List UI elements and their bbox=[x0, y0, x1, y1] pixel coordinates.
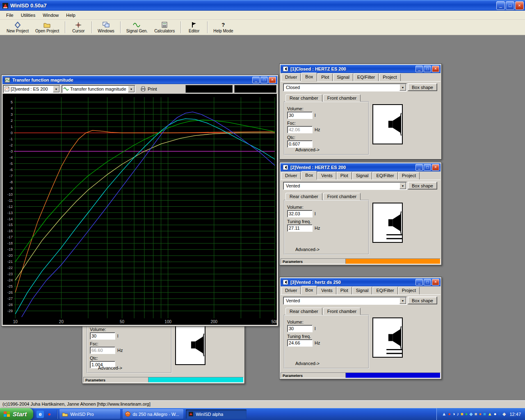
w3-box-shape-button[interactable]: Box shape bbox=[408, 297, 437, 304]
tab-plot[interactable]: Plot bbox=[317, 73, 333, 81]
tray-icon-3[interactable]: ◑ bbox=[452, 412, 455, 416]
tab-front-chamber[interactable]: Front chamber bbox=[323, 193, 361, 200]
w1-close-button[interactable]: × bbox=[432, 66, 439, 72]
tray-icon-9[interactable]: ● bbox=[479, 412, 482, 416]
w2-close-button[interactable]: × bbox=[432, 164, 439, 171]
tab-project[interactable]: Project bbox=[398, 172, 420, 180]
minimize-button[interactable]: _ bbox=[496, 1, 505, 10]
tab-project[interactable]: Project bbox=[398, 287, 420, 294]
tab-signal[interactable]: Signal bbox=[352, 172, 372, 180]
mail-icon[interactable]: ● bbox=[46, 411, 53, 418]
tab-rear-chamber[interactable]: Rear chamber bbox=[285, 308, 322, 315]
tray-icon-6[interactable]: ● bbox=[465, 412, 468, 416]
tab-rear-chamber[interactable]: Rear chamber bbox=[285, 94, 322, 102]
w2-window-icon bbox=[283, 164, 289, 171]
tray-icon-7[interactable]: ◆ bbox=[469, 412, 472, 416]
maximize-button[interactable]: □ bbox=[506, 1, 514, 10]
tab-rear-chamber[interactable]: Rear chamber bbox=[285, 193, 322, 200]
tab-plot[interactable]: Plot bbox=[337, 172, 352, 180]
calculators-button[interactable]: Calculators bbox=[151, 20, 178, 35]
new-project-button[interactable]: New Project bbox=[3, 20, 32, 35]
tab-eq-filter[interactable]: EQ/Filter bbox=[372, 287, 397, 294]
tray-icon-10[interactable]: ■ bbox=[483, 412, 486, 416]
tab-plot[interactable]: Plot bbox=[337, 287, 352, 294]
menu-help[interactable]: Help bbox=[62, 11, 79, 19]
browser-icon[interactable]: e bbox=[37, 411, 44, 418]
new-project-icon bbox=[14, 21, 21, 28]
w3-tuning-freq-input[interactable] bbox=[287, 339, 313, 347]
tray-icon-12[interactable]: ● bbox=[494, 412, 497, 416]
tab-eq-filter[interactable]: EQ/Filter bbox=[372, 172, 397, 180]
w3-advanced-link[interactable]: Advanced-> bbox=[295, 361, 320, 366]
transfer-maximize-button[interactable]: □ bbox=[260, 77, 268, 83]
w2-minimize-button[interactable]: _ bbox=[415, 164, 423, 171]
tray-icon-1[interactable]: ▲ bbox=[442, 412, 446, 416]
w1-title: [1]Closed : HERTZ ES 200 bbox=[290, 66, 415, 71]
tray-icon-11[interactable]: ▲ bbox=[488, 412, 492, 416]
tab-box[interactable]: Box bbox=[301, 171, 317, 180]
w1-qtc-input[interactable] bbox=[287, 140, 313, 148]
tray-icon-5[interactable]: ■ bbox=[461, 412, 463, 416]
w3-volume-input[interactable] bbox=[287, 325, 313, 332]
w4-advanced-link[interactable]: Advanced-> bbox=[98, 365, 122, 370]
help-mode-button[interactable]: ? Help Mode bbox=[210, 20, 236, 35]
tab-driver[interactable]: Driver bbox=[281, 73, 301, 81]
tab-signal[interactable]: Signal bbox=[333, 73, 353, 81]
tab-vents[interactable]: Vents bbox=[317, 172, 336, 180]
tab-driver[interactable]: Driver bbox=[281, 172, 301, 180]
tab-front-chamber[interactable]: Front chamber bbox=[323, 308, 361, 315]
w2-box-type-select[interactable]: Vented ▼ bbox=[283, 182, 407, 190]
print-button[interactable]: Print bbox=[137, 85, 161, 93]
menu-utilities[interactable]: Utilities bbox=[17, 11, 39, 19]
tray-icon-14[interactable]: ◆ bbox=[502, 412, 506, 416]
w1-box-type-select[interactable]: Closed ▼ bbox=[283, 83, 407, 91]
w1-box-shape-button[interactable]: Box shape bbox=[408, 83, 437, 91]
signal-gen-button[interactable]: Signal Gen. bbox=[123, 20, 151, 35]
tray-icon-8[interactable]: ■ bbox=[475, 412, 477, 416]
tab-vents[interactable]: Vents bbox=[317, 287, 336, 294]
w2-box-shape-button[interactable]: Box shape bbox=[408, 182, 437, 189]
w1-advanced-link[interactable]: Advanced-> bbox=[295, 147, 320, 152]
tab-box[interactable]: Box bbox=[301, 73, 317, 81]
w2-maximize-button[interactable]: □ bbox=[424, 164, 431, 171]
tab-project[interactable]: Project bbox=[379, 73, 400, 81]
project-selector[interactable]: [2]vented : ES 200 ▼ bbox=[3, 85, 60, 93]
svg-text:500: 500 bbox=[272, 320, 277, 324]
task-ds250-na-allegro[interactable]: ds 250 na Allegro - W... bbox=[123, 409, 183, 419]
task-winisd-alpha[interactable]: WinISD alpha bbox=[186, 409, 247, 419]
transfer-minimize-button[interactable]: _ bbox=[252, 77, 260, 83]
w3-close-button[interactable]: × bbox=[432, 279, 439, 285]
cursor-button[interactable]: Cursor bbox=[68, 20, 89, 35]
w1-maximize-button[interactable]: □ bbox=[424, 66, 431, 72]
w1-minimize-button[interactable]: _ bbox=[415, 66, 423, 72]
w2-tuning-freq-input[interactable] bbox=[287, 224, 313, 232]
close-button[interactable]: × bbox=[515, 1, 524, 10]
tab-signal[interactable]: Signal bbox=[352, 287, 372, 294]
app-icon bbox=[2, 2, 8, 9]
windows-button[interactable]: Windows bbox=[94, 20, 118, 35]
transfer-plot[interactable]: 543210-1-2-3-4-5-6-7-8-9-10-11-12-13-14-… bbox=[2, 94, 277, 325]
w2-advanced-link[interactable]: Advanced-> bbox=[295, 247, 320, 252]
w4-volume-input[interactable] bbox=[90, 332, 115, 340]
open-project-button[interactable]: Open Project bbox=[32, 20, 62, 35]
start-button[interactable]: Start bbox=[0, 408, 33, 420]
w3-minimize-button[interactable]: _ bbox=[415, 279, 423, 285]
menu-file[interactable]: File bbox=[2, 11, 17, 19]
w3-box-type-select[interactable]: Vented ▼ bbox=[283, 297, 407, 305]
tray-icon-4[interactable]: ♪ bbox=[457, 412, 459, 416]
tray-icon-2[interactable]: ● bbox=[448, 412, 451, 416]
w3-maximize-button[interactable]: □ bbox=[424, 279, 431, 285]
toolbar-separator bbox=[91, 21, 92, 33]
task-winisd-pro[interactable]: WinISD Pro bbox=[59, 409, 120, 419]
w1-volume-input[interactable] bbox=[287, 112, 313, 119]
editor-button[interactable]: Editor bbox=[183, 20, 205, 35]
tab-box[interactable]: Box bbox=[301, 286, 317, 294]
view-selector[interactable]: Transfer function magnitude ▼ bbox=[62, 85, 135, 93]
menu-window[interactable]: Window bbox=[39, 11, 62, 19]
transfer-close-button[interactable]: × bbox=[269, 77, 276, 83]
tab-eq-filter[interactable]: EQ/Filter bbox=[354, 73, 379, 81]
w2-volume-input[interactable] bbox=[287, 210, 313, 217]
tab-front-chamber[interactable]: Front chamber bbox=[323, 94, 361, 102]
tray-icon-13[interactable]: ■ bbox=[498, 412, 501, 416]
tab-driver[interactable]: Driver bbox=[281, 287, 301, 294]
